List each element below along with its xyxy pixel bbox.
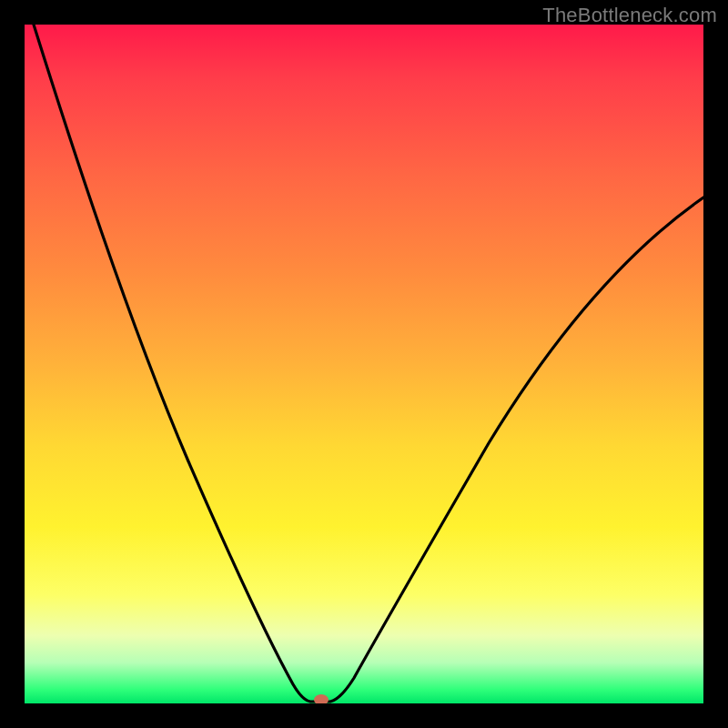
chart-frame: TheBottleneck.com: [0, 0, 728, 728]
min-marker: [314, 694, 329, 703]
bottleneck-curve-path: [34, 25, 703, 702]
curve-svg: [25, 25, 703, 703]
plot-area: [25, 25, 703, 703]
